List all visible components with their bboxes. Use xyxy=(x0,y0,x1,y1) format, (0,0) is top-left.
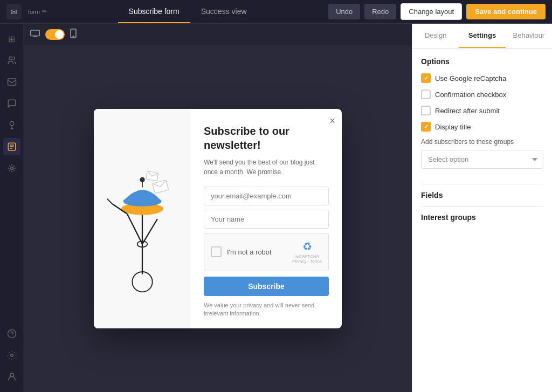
label-redirect: Redirect after submit xyxy=(435,107,500,115)
groups-select[interactable]: Select option xyxy=(421,150,543,169)
checkbox-confirmation[interactable] xyxy=(421,90,431,99)
svg-line-12 xyxy=(127,214,142,244)
captcha-box: I'm not a robot ♻ reCAPTCHA Privacy - Te… xyxy=(204,233,329,271)
sidebar-item-automation[interactable] xyxy=(3,116,20,134)
name-input[interactable] xyxy=(204,210,329,229)
tab-subscribe-form[interactable]: Subscribe form xyxy=(118,1,190,23)
title-text: form xyxy=(28,9,40,15)
tab-design[interactable]: Design xyxy=(412,24,459,48)
svg-point-18 xyxy=(123,196,162,207)
sidebar-item-email[interactable] xyxy=(3,73,20,91)
redo-button[interactable]: Redo xyxy=(364,4,396,19)
svg-point-14 xyxy=(132,272,152,292)
right-panel: Design Settings Behaviour Options Use Go… xyxy=(412,24,552,392)
interest-groups-title: Interest groups xyxy=(421,213,543,222)
captcha-checkbox[interactable] xyxy=(211,246,222,257)
edit-icon[interactable]: ✏ xyxy=(42,8,47,15)
panel-tabs: Design Settings Behaviour xyxy=(412,24,552,49)
email-input[interactable] xyxy=(204,187,329,205)
sidebar: ⊞ xyxy=(0,24,24,392)
modal-footer: We value your privacy and will never sen… xyxy=(204,301,329,318)
modal-illustration xyxy=(94,109,191,329)
sidebar-item-dashboard[interactable]: ⊞ xyxy=(3,30,20,47)
svg-point-2 xyxy=(10,121,14,126)
divider-fields xyxy=(421,184,543,184)
recaptcha-icon: ♻ xyxy=(302,240,312,253)
topbar-actions: Undo Redo Change layout Save and continu… xyxy=(328,3,546,20)
option-confirmation: Confirmation checkbox xyxy=(421,90,543,99)
checkbox-display-title[interactable] xyxy=(421,122,431,132)
app-logo: ✉ xyxy=(6,4,22,19)
divider-groups xyxy=(421,206,543,207)
sidebar-bottom xyxy=(3,325,20,386)
captcha-label: I'm not a robot xyxy=(227,248,287,256)
checkbox-redirect[interactable] xyxy=(421,106,431,115)
svg-line-13 xyxy=(142,219,157,244)
device-bar xyxy=(24,24,412,45)
sidebar-item-contacts[interactable] xyxy=(3,52,20,69)
subscribe-button[interactable]: Subscribe xyxy=(204,277,329,296)
checkbox-recaptcha[interactable] xyxy=(421,73,431,83)
topbar: ✉ form ✏ Subscribe form Success view Und… xyxy=(0,0,552,24)
canvas-content: × Subscribe to our newsletter! We'll sen… xyxy=(24,45,412,392)
sidebar-item-integrations[interactable] xyxy=(3,160,20,177)
svg-point-7 xyxy=(10,373,13,376)
label-recaptcha: Use Google reCaptcha xyxy=(435,74,506,82)
document-title: form ✏ xyxy=(28,8,47,15)
svg-point-0 xyxy=(9,57,12,60)
svg-rect-1 xyxy=(8,79,16,85)
sidebar-item-help[interactable] xyxy=(3,325,20,342)
svg-line-26 xyxy=(107,198,112,203)
svg-point-10 xyxy=(73,36,74,37)
tab-behaviour[interactable]: Behaviour xyxy=(506,24,552,48)
main-layout: ⊞ xyxy=(0,24,552,392)
undo-button[interactable]: Undo xyxy=(328,4,360,19)
modal-title: Subscribe to our newsletter! xyxy=(204,124,329,152)
option-redirect: Redirect after submit xyxy=(421,106,543,115)
option-display-title: Display title xyxy=(421,122,543,132)
groups-label: Add subscribers to these groups xyxy=(421,138,543,146)
modal-form: × Subscribe to our newsletter! We'll sen… xyxy=(191,109,342,329)
modal-subtitle: We'll send you the best of our blog just… xyxy=(204,157,329,177)
sidebar-item-chat[interactable] xyxy=(3,95,20,112)
svg-point-19 xyxy=(140,177,144,182)
mobile-icon[interactable] xyxy=(70,29,77,40)
save-continue-button[interactable]: Save and continue xyxy=(466,4,546,19)
desktop-icon[interactable] xyxy=(30,30,40,39)
sidebar-item-settings[interactable] xyxy=(3,347,20,364)
tab-settings[interactable]: Settings xyxy=(459,24,505,48)
options-title: Options xyxy=(421,57,543,66)
tab-success-view[interactable]: Success view xyxy=(190,1,258,23)
svg-rect-8 xyxy=(31,30,40,36)
canvas-area: × Subscribe to our newsletter! We'll sen… xyxy=(24,24,412,392)
modal-close-button[interactable]: × xyxy=(329,115,335,127)
fields-title: Fields xyxy=(421,191,543,200)
panel-body: Options Use Google reCaptcha Confirmatio… xyxy=(412,49,552,392)
sidebar-item-account[interactable] xyxy=(3,368,20,386)
change-layout-button[interactable]: Change layout xyxy=(401,3,462,20)
topbar-tabs: Subscribe form Success view xyxy=(118,1,258,23)
label-display-title: Display title xyxy=(435,123,471,131)
logo-icon: ✉ xyxy=(11,8,17,16)
sidebar-item-forms[interactable] xyxy=(3,138,20,155)
captcha-logo: ♻ reCAPTCHA Privacy - Terms xyxy=(292,240,322,264)
option-recaptcha: Use Google reCaptcha xyxy=(421,73,543,83)
subscribe-modal: × Subscribe to our newsletter! We'll sen… xyxy=(94,109,342,329)
view-toggle[interactable] xyxy=(45,29,65,40)
svg-point-4 xyxy=(10,167,13,170)
label-confirmation: Confirmation checkbox xyxy=(435,91,506,99)
recaptcha-brand: reCAPTCHA Privacy - Terms xyxy=(292,254,322,264)
svg-point-6 xyxy=(10,354,13,357)
